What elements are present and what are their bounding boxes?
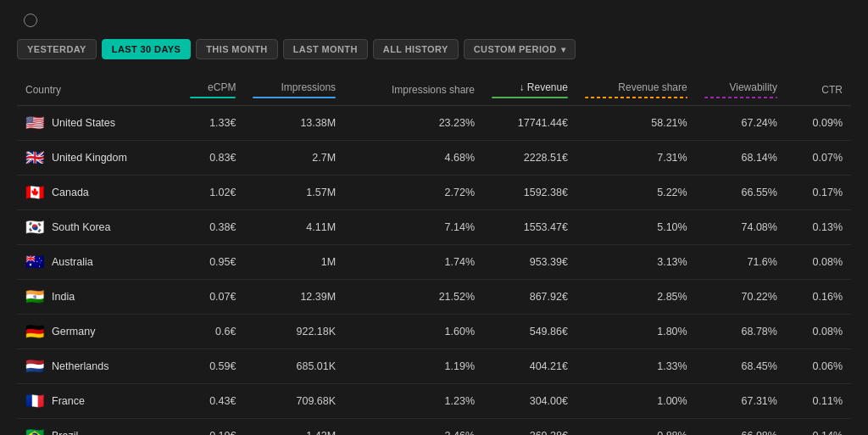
cell-rev_share: 1.00% — [576, 384, 696, 419]
col-header-viewability[interactable]: Viewability — [696, 73, 786, 106]
table-row[interactable]: 🇺🇸United States1.33€13.38M23.23%17741.44… — [17, 106, 851, 141]
cell-imp_share: 23.23% — [344, 106, 483, 141]
cell-rev_share: 1.33% — [576, 349, 696, 384]
cell-imp_share: 1.74% — [344, 245, 483, 280]
cell-ctr: 0.13% — [786, 210, 851, 245]
col-header-country[interactable]: Country — [17, 73, 181, 106]
table-header: CountryeCPMImpressionsImpressions share↓… — [17, 73, 851, 106]
cell-ecpm: 0.83€ — [181, 141, 244, 176]
flag-icon: 🇦🇺 — [25, 254, 44, 270]
col-label-revenue: ↓ Revenue — [520, 81, 568, 93]
col-header-ecpm[interactable]: eCPM — [181, 73, 244, 106]
cell-ecpm: 0.38€ — [181, 210, 244, 245]
country-name: United States — [52, 117, 115, 129]
country-name: United Kingdom — [52, 152, 127, 164]
table-row[interactable]: 🇮🇳India0.07€12.39M21.52%867.92€2.85%70.2… — [17, 280, 851, 315]
cell-rev_share: 0.88% — [576, 419, 696, 436]
col-label-rev_share: Revenue share — [618, 81, 687, 93]
cell-revenue: 17741.44€ — [483, 106, 576, 141]
country-name: Netherlands — [52, 360, 108, 372]
cell-ecpm: 1.02€ — [181, 176, 244, 210]
table-row[interactable]: 🇧🇷Brazil0.19€1.42M2.46%269.28€0.88%66.98… — [17, 419, 851, 436]
cell-imp_share: 1.23% — [344, 384, 483, 419]
cell-ctr: 0.14% — [786, 419, 851, 436]
table-row[interactable]: 🇫🇷France0.43€709.68K1.23%304.00€1.00%67.… — [17, 384, 851, 419]
cell-ctr: 0.17% — [786, 176, 851, 210]
cell-country: 🇧🇷Brazil — [17, 419, 181, 436]
data-table: CountryeCPMImpressionsImpressions share↓… — [17, 73, 851, 435]
col-header-rev_share[interactable]: Revenue share — [576, 73, 696, 106]
table-row[interactable]: 🇰🇷South Korea0.38€4.11M7.14%1553.47€5.10… — [17, 210, 851, 245]
cell-imp_share: 4.68% — [344, 141, 483, 176]
filter-btn-yesterday[interactable]: YESTERDAY — [17, 39, 97, 59]
flag-icon: 🇰🇷 — [25, 220, 44, 235]
cell-impressions: 1.42M — [244, 419, 344, 436]
filter-btn-last30[interactable]: LAST 30 DAYS — [102, 39, 191, 59]
cell-rev_share: 3.13% — [576, 245, 696, 280]
cell-revenue: 269.28€ — [483, 419, 576, 436]
filter-btn-custom[interactable]: CUSTOM PERIOD — [464, 39, 576, 59]
cell-impressions: 13.38M — [244, 106, 344, 141]
cell-imp_share: 1.19% — [344, 349, 483, 384]
col-label-ecpm: eCPM — [208, 81, 236, 93]
cell-ecpm: 1.33€ — [181, 106, 244, 141]
cell-ecpm: 0.6€ — [181, 315, 244, 349]
col-indicator-impressions — [253, 97, 336, 98]
cell-country: 🇺🇸United States — [17, 106, 181, 141]
cell-viewability: 67.31% — [696, 384, 786, 419]
filter-btn-lastmonth[interactable]: LAST MONTH — [283, 39, 368, 59]
cell-impressions: 709.68K — [244, 384, 344, 419]
flag-icon: 🇬🇧 — [25, 150, 44, 165]
cell-ctr: 0.08% — [786, 315, 851, 349]
col-indicator-ecpm — [190, 97, 236, 98]
info-icon[interactable] — [24, 14, 37, 27]
table-row[interactable]: 🇩🇪Germany0.6€922.18K1.60%549.86€1.80%68.… — [17, 315, 851, 349]
cell-rev_share: 2.85% — [576, 280, 696, 315]
cell-ctr: 0.07% — [786, 141, 851, 176]
cell-impressions: 4.11M — [244, 210, 344, 245]
col-header-impressions[interactable]: Impressions — [244, 73, 344, 106]
cell-revenue: 953.39€ — [483, 245, 576, 280]
table-row[interactable]: 🇬🇧United Kingdom0.83€2.7M4.68%2228.51€7.… — [17, 141, 851, 176]
cell-rev_share: 5.10% — [576, 210, 696, 245]
flag-icon: 🇧🇷 — [25, 428, 44, 435]
cell-imp_share: 2.72% — [344, 176, 483, 210]
flag-icon: 🇨🇦 — [25, 185, 44, 200]
country-name: India — [52, 291, 75, 303]
cell-viewability: 68.14% — [696, 141, 786, 176]
cell-country: 🇦🇺Australia — [17, 245, 181, 280]
cell-impressions: 2.7M — [244, 141, 344, 176]
flag-icon: 🇳🇱 — [25, 359, 44, 374]
filter-btn-allhistory[interactable]: ALL HISTORY — [373, 39, 459, 59]
col-indicator-rev_share — [585, 97, 687, 98]
cell-viewability: 68.78% — [696, 315, 786, 349]
cell-rev_share: 58.21% — [576, 106, 696, 141]
cell-impressions: 1.57M — [244, 176, 344, 210]
cell-ecpm: 0.59€ — [181, 349, 244, 384]
cell-viewability: 66.98% — [696, 419, 786, 436]
cell-revenue: 867.92€ — [483, 280, 576, 315]
filter-bar: YESTERDAYLAST 30 DAYSTHIS MONTHLAST MONT… — [17, 39, 851, 59]
col-label-viewability: Viewability — [729, 81, 776, 93]
col-header-revenue[interactable]: ↓ Revenue — [483, 73, 576, 106]
table-row[interactable]: 🇨🇦Canada1.02€1.57M2.72%1592.38€5.22%66.5… — [17, 176, 851, 210]
col-label-ctr: CTR — [821, 84, 843, 96]
cell-ecpm: 0.95€ — [181, 245, 244, 280]
cell-country: 🇫🇷France — [17, 384, 181, 419]
cell-impressions: 1M — [244, 245, 344, 280]
cell-country: 🇨🇦Canada — [17, 176, 181, 210]
country-name: Canada — [52, 187, 89, 198]
col-header-imp_share[interactable]: Impressions share — [344, 73, 483, 106]
country-name: France — [52, 395, 85, 407]
table-row[interactable]: 🇳🇱Netherlands0.59€685.01K1.19%404.21€1.3… — [17, 349, 851, 384]
col-header-ctr[interactable]: CTR — [786, 73, 851, 106]
flag-icon: 🇩🇪 — [25, 324, 44, 339]
table-row[interactable]: 🇦🇺Australia0.95€1M1.74%953.39€3.13%71.6%… — [17, 245, 851, 280]
cell-viewability: 67.24% — [696, 106, 786, 141]
cell-viewability: 68.45% — [696, 349, 786, 384]
cell-ctr: 0.06% — [786, 349, 851, 384]
cell-viewability: 74.08% — [696, 210, 786, 245]
col-label-imp_share: Impressions share — [392, 84, 475, 96]
filter-btn-thismonth[interactable]: THIS MONTH — [196, 39, 277, 59]
cell-viewability: 66.55% — [696, 176, 786, 210]
